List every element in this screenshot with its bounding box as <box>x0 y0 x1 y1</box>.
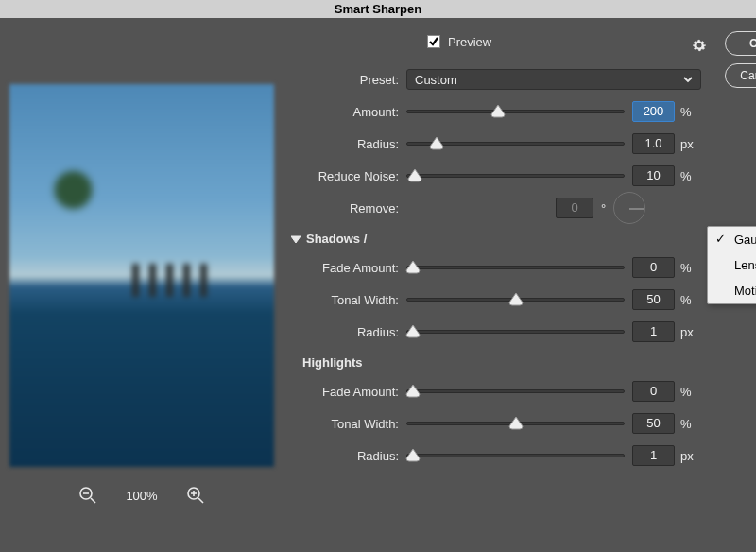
highlights-radius-label: Radius: <box>284 449 406 463</box>
radius-input[interactable]: 1.0 <box>632 133 675 154</box>
shadows-radius-thumb[interactable] <box>405 325 421 338</box>
shadows-radius-label: Radius: <box>284 325 406 339</box>
shadows-fade-slider[interactable] <box>406 257 625 278</box>
remove-option-lens[interactable]: Lens Blur <box>708 252 756 278</box>
preview-pane: 100% <box>0 18 284 552</box>
highlights-section-header: Highlights <box>302 355 701 370</box>
shadows-fade-unit: % <box>675 261 701 275</box>
reduce-noise-label: Reduce Noise: <box>284 169 406 183</box>
shadows-tonal-label: Tonal Width: <box>284 293 406 307</box>
zoom-in-icon <box>186 486 205 505</box>
shadows-radius-input[interactable]: 1 <box>632 321 675 342</box>
zoom-out-button[interactable] <box>78 486 97 505</box>
svg-marker-7 <box>291 236 301 243</box>
highlights-title: Highlights <box>302 355 363 370</box>
amount-label: Amount: <box>284 105 406 119</box>
shadows-fade-thumb[interactable] <box>405 261 421 274</box>
svg-line-4 <box>198 498 203 503</box>
shadows-tonal-unit: % <box>675 293 701 307</box>
highlights-tonal-slider[interactable] <box>406 413 625 434</box>
highlights-fade-thumb[interactable] <box>405 385 421 398</box>
radius-slider-thumb[interactable] <box>429 137 444 150</box>
settings-gear-button[interactable] <box>691 37 708 54</box>
highlights-tonal-thumb[interactable] <box>508 417 524 430</box>
reduce-noise-unit: % <box>675 169 701 183</box>
radius-unit: px <box>675 137 701 151</box>
angle-input[interactable]: 0 <box>556 198 593 218</box>
shadows-radius-unit: px <box>675 325 701 339</box>
amount-slider[interactable] <box>406 101 625 122</box>
ok-button[interactable]: OK <box>725 31 756 56</box>
highlights-fade-slider[interactable] <box>406 381 625 402</box>
zoom-level: 100% <box>126 489 157 503</box>
radius-label: Radius: <box>284 137 406 151</box>
highlights-radius-input[interactable]: 1 <box>632 445 675 466</box>
remove-label: Remove: <box>284 201 406 216</box>
preview-image[interactable] <box>9 84 274 467</box>
amount-slider-thumb[interactable] <box>490 105 506 118</box>
angle-dial[interactable] <box>613 192 645 224</box>
highlights-fade-input[interactable]: 0 <box>632 381 675 402</box>
amount-unit: % <box>675 105 701 119</box>
reduce-noise-slider-thumb[interactable] <box>407 169 422 182</box>
shadows-title: Shadows / <box>306 232 367 246</box>
reduce-noise-input[interactable]: 10 <box>632 165 675 186</box>
highlights-radius-thumb[interactable] <box>405 449 421 462</box>
zoom-in-button[interactable] <box>186 486 205 505</box>
remove-option-gaussian[interactable]: Gaussian Blur <box>708 227 756 252</box>
shadows-tonal-slider[interactable] <box>406 289 625 310</box>
preview-label: Preview <box>448 35 491 49</box>
highlights-fade-unit: % <box>675 385 701 399</box>
shadows-tonal-thumb[interactable] <box>508 293 524 306</box>
svg-line-1 <box>91 498 95 503</box>
cancel-button[interactable]: Cancel <box>725 63 756 88</box>
reduce-noise-slider[interactable] <box>406 165 625 186</box>
highlights-fade-label: Fade Amount: <box>284 385 406 399</box>
preview-checkbox[interactable] <box>427 35 440 48</box>
highlights-tonal-unit: % <box>675 417 701 431</box>
shadows-fade-input[interactable]: 0 <box>632 257 675 278</box>
chevron-down-icon <box>291 234 301 244</box>
shadows-fade-label: Fade Amount: <box>284 261 406 275</box>
gear-icon <box>691 37 708 54</box>
highlights-tonal-label: Tonal Width: <box>284 417 406 431</box>
checkmark-icon <box>428 36 439 47</box>
remove-dropdown-popup: Gaussian Blur Lens Blur Motion Blur <box>707 226 756 304</box>
highlights-radius-unit: px <box>675 449 701 463</box>
angle-unit: ° <box>601 201 606 216</box>
highlights-tonal-input[interactable]: 50 <box>632 413 675 434</box>
zoom-out-icon <box>78 486 97 505</box>
window-title: Smart Sharpen <box>0 0 756 18</box>
preset-select[interactable]: Custom <box>406 69 701 90</box>
highlights-radius-slider[interactable] <box>406 445 625 466</box>
shadows-radius-slider[interactable] <box>406 321 625 342</box>
chevron-down-icon <box>683 75 693 84</box>
remove-option-motion[interactable]: Motion Blur <box>708 278 756 303</box>
radius-slider[interactable] <box>406 133 625 154</box>
preset-value: Custom <box>415 73 457 87</box>
amount-input[interactable]: 200 <box>632 101 675 122</box>
preset-label: Preset: <box>284 73 406 87</box>
shadows-tonal-input[interactable]: 50 <box>632 289 675 310</box>
shadows-section-toggle[interactable]: Shadows / <box>291 232 701 246</box>
